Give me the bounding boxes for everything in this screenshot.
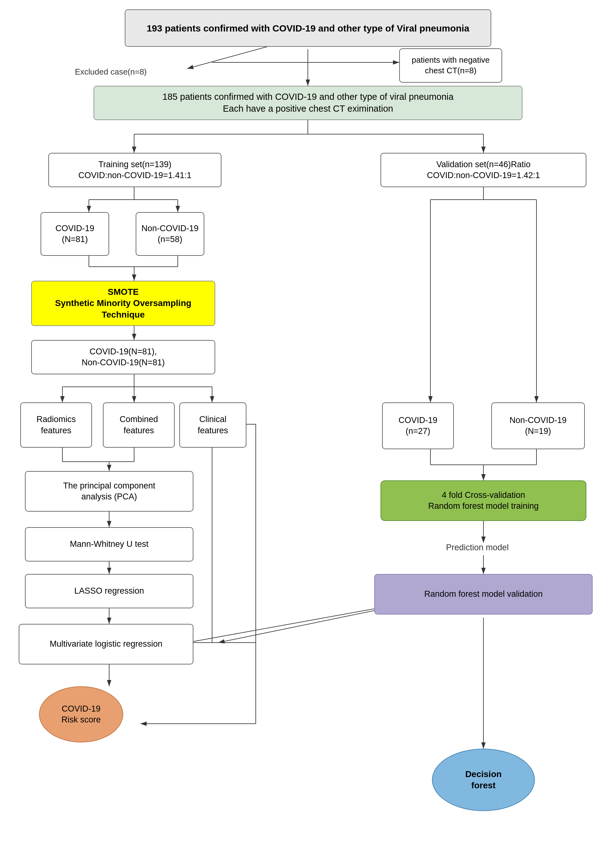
validation-set-label: Validation set(n=46)Ratio COVID:non-COVI… <box>427 159 540 181</box>
rfvalidation-box: Random forest model validation <box>374 574 593 615</box>
pca-box: The principal component analysis (PCA) <box>25 471 194 512</box>
smote-box: SMOTE Synthetic Minority Oversampling Te… <box>31 281 215 326</box>
top-193-label: 193 patients confirmed with COVID-19 and… <box>147 22 469 34</box>
covid27-label: COVID-19 (n=27) <box>399 415 438 437</box>
clinical-box: Clinical features <box>179 402 246 448</box>
lasso-box: LASSO regression <box>25 574 194 608</box>
covid81b-label: COVID-19(N=81), Non-COVID-19(N=81) <box>82 346 165 368</box>
validation-set-box: Validation set(n=46)Ratio COVID:non-COVI… <box>380 153 587 187</box>
training-set-label: Training set(n=139) COVID:non-COVID-19=1… <box>78 159 191 181</box>
top-193-box: 193 patients confirmed with COVID-19 and… <box>125 9 491 47</box>
decision-forest-label: Decision forest <box>465 769 502 791</box>
noncovid19-box: Non-COVID-19 (N=19) <box>491 402 585 449</box>
training-set-box: Training set(n=139) COVID:non-COVID-19=1… <box>48 153 221 187</box>
crossval-label: 4 fold Cross-validation Random forest mo… <box>428 490 539 512</box>
185-patients-box: 185 patients confirmed with COVID-19 and… <box>94 86 522 120</box>
excluded-label: Excluded case(n=8) <box>75 67 147 77</box>
negative-ct-label: patients with negative chest CT(n=8) <box>412 55 490 76</box>
radiomics-box: Radiomics features <box>20 402 92 448</box>
multivariate-label: Multivariate logistic regression <box>50 638 163 649</box>
excluded-text: Excluded case(n=8) <box>75 67 147 76</box>
prediction-model-text: Prediction model <box>446 543 509 552</box>
covid81b-box: COVID-19(N=81), Non-COVID-19(N=81) <box>31 340 215 374</box>
covid81-label: COVID-19 (N=81) <box>56 223 94 245</box>
multivariate-box: Multivariate logistic regression <box>19 624 194 665</box>
pca-label: The principal component analysis (PCA) <box>63 480 155 502</box>
covid-risk-box: COVID-19 Risk score <box>39 686 123 743</box>
crossval-box: 4 fold Cross-validation Random forest mo… <box>380 480 587 521</box>
combined-box: Combined features <box>103 402 175 448</box>
smote-label: SMOTE Synthetic Minority Oversampling Te… <box>55 286 191 320</box>
covid27-box: COVID-19 (n=27) <box>382 402 454 449</box>
noncovid58-label: Non-COVID-19 (n=58) <box>141 223 198 245</box>
flowchart: 193 patients confirmed with COVID-19 and… <box>0 0 616 841</box>
noncovid58-box: Non-COVID-19 (n=58) <box>136 212 204 256</box>
lasso-label: LASSO regression <box>74 586 144 596</box>
decision-forest-box: Decision forest <box>432 749 535 811</box>
clinical-label: Clinical features <box>198 414 228 436</box>
negative-ct-box: patients with negative chest CT(n=8) <box>399 48 502 83</box>
prediction-model-label: Prediction model <box>446 543 509 552</box>
covid81-box: COVID-19 (N=81) <box>41 212 109 256</box>
mannwhitney-label: Mann-Whitney U test <box>70 539 148 550</box>
covid-risk-label: COVID-19 Risk score <box>62 703 101 725</box>
combined-label: Combined features <box>119 414 158 436</box>
rfvalidation-label: Random forest model validation <box>424 589 543 600</box>
radiomics-label: Radiomics features <box>37 414 76 436</box>
mannwhitney-box: Mann-Whitney U test <box>25 527 194 562</box>
noncovid19-label: Non-COVID-19 (N=19) <box>509 415 566 437</box>
185-patients-label: 185 patients confirmed with COVID-19 and… <box>163 91 453 114</box>
